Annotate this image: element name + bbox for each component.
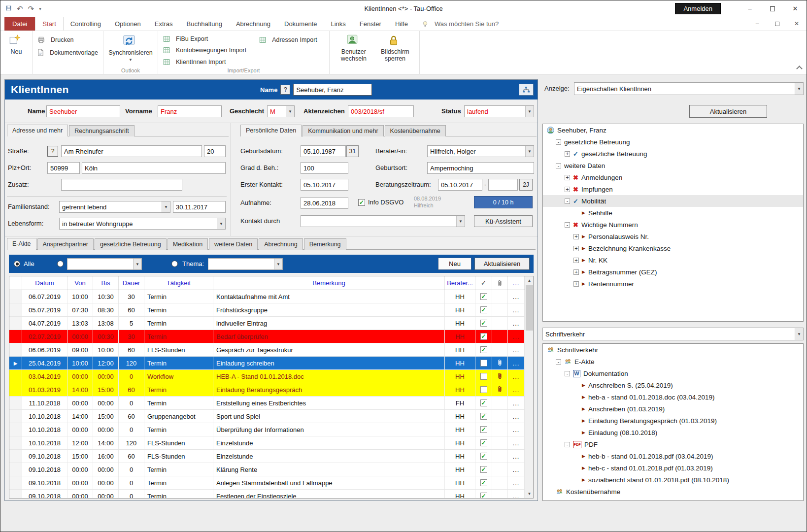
attachment-cell[interactable] (492, 476, 508, 489)
erledigt-checkbox-cell[interactable]: ✓ (475, 397, 492, 409)
tree-item-anschreiben-s-25-04-2019[interactable]: ▶Anschreiben S. (25.04.2019) (543, 379, 803, 391)
tree-item-wichtige-nummern[interactable]: -✖Wichtige Nummern (543, 219, 803, 231)
tree-expander-icon[interactable]: + (573, 246, 579, 251)
detail-tab-e-akte[interactable]: E-Akte (7, 238, 36, 250)
ribbon-tab-optionen[interactable]: Optionen (108, 17, 148, 31)
aufnahme-input[interactable] (301, 197, 348, 209)
tree-item-einladung-08-10-2018[interactable]: ▶Einladung (08.10.2018) (543, 427, 803, 438)
tell-me-assist[interactable]: Was möchten Sie tun? (422, 20, 499, 31)
row-options-button[interactable]: ... (508, 370, 525, 383)
ribbon-tab-dokumente[interactable]: Dokumente (277, 17, 324, 31)
neu-entry-button[interactable]: Neu (438, 258, 471, 270)
child-maximize-button[interactable] (767, 17, 787, 31)
attachment-cell[interactable] (492, 357, 508, 369)
tree-expander-icon[interactable]: + (573, 258, 579, 263)
tree-item-anschreiben-01-03-2019[interactable]: ▶Anschreiben (01.03.2019) (543, 403, 803, 415)
row-options-button[interactable]: ... (508, 423, 525, 436)
tab-adresse-und-mehr[interactable]: Adresse und mehr (7, 125, 68, 136)
dauer-column-header[interactable]: Dauer (119, 276, 144, 290)
hausnummer-input[interactable] (204, 145, 226, 157)
erledigt-checkbox-cell[interactable]: ✓ (475, 330, 492, 343)
row-options-button[interactable]: ... (508, 303, 525, 316)
erledigt-checkbox-cell[interactable]: ✓ (475, 450, 492, 463)
ribbon-tab-hilfe[interactable]: Hilfe (388, 17, 415, 31)
table-row[interactable]: 03.04.201900:0000:000WorkflowHEB-A - Sta… (9, 370, 525, 383)
tree-item-anmeldungen[interactable]: +✖Anmeldungen (543, 171, 803, 183)
tree-item-rentennummer[interactable]: +▶Rentennummer (543, 278, 803, 290)
name-help-button[interactable]: ? (280, 85, 290, 95)
erledigt-checkbox-cell[interactable]: ✓ (475, 476, 492, 489)
thema-filter-select[interactable]: Tagesablauf▼ (208, 258, 283, 270)
row-selector-cell[interactable] (9, 410, 22, 423)
tree-item-impfungen[interactable]: +✖Impfungen (543, 183, 803, 195)
erster-kontakt-input[interactable] (301, 179, 348, 191)
row-selector-cell[interactable] (9, 370, 22, 383)
table-row[interactable]: 06.06.201909:0010:0060FLS-StundenGespräc… (9, 343, 525, 357)
erledigt-checkbox-cell[interactable]: ✓ (475, 423, 492, 436)
neu-button[interactable]: Neu (5, 33, 27, 66)
tree-item-bezeichnung-krankenkasse[interactable]: +▶Bezeichnung Krankenkasse (543, 242, 803, 254)
detail-tab-abrechnung[interactable]: Abrechnung (259, 238, 303, 250)
tree-expander-icon[interactable]: - (565, 222, 570, 228)
tree-expander-icon[interactable]: - (565, 199, 570, 204)
synchronisieren-button[interactable]: Synchronisieren ▼ (111, 33, 150, 66)
table-row[interactable]: 09.10.201800:0000:000TerminAnlegen Stamm… (9, 476, 525, 490)
ribbon-tab-extras[interactable]: Extras (148, 17, 180, 31)
ribbon-tab-controlling[interactable]: Controlling (64, 17, 108, 31)
bildschirm-sperren-button[interactable]: Bildschirm sperren (376, 33, 414, 66)
erledigt-checkbox-cell[interactable] (475, 370, 492, 383)
erledigt-checkbox-cell[interactable]: ✓ (475, 317, 492, 330)
tree-item-gesetzliche-betreuung[interactable]: +✓gesetzliche Betreuung (543, 148, 803, 160)
erledigt-checkbox-cell[interactable] (475, 357, 492, 369)
options-column-header[interactable]: ... (508, 276, 525, 290)
kontobewegungen-import-button[interactable]: Kontobewegungen Import (163, 46, 246, 54)
erledigt-checkbox-cell[interactable]: ✓ (475, 343, 492, 356)
detail-tab-medikation[interactable]: Medikation (168, 238, 208, 250)
detail-tab-gesetzliche-betreuung[interactable]: gesetzliche Betreuung (95, 238, 167, 250)
kue-assistent-button[interactable]: Kü-Assistent (474, 215, 533, 227)
adressen-import-button[interactable]: Adressen Import (259, 35, 317, 44)
table-row[interactable]: 10.10.201812:0014:00120FLS-StundenEinzel… (9, 436, 525, 450)
aktenzeichen-input[interactable] (348, 105, 414, 117)
tree-item-gesetzliche-betreuung[interactable]: -gesetzliche Betreuung (543, 136, 803, 148)
minimize-button[interactable]: – (739, 0, 761, 17)
scroll-up-icon[interactable]: ▲ (525, 276, 534, 285)
row-options-button[interactable]: ... (508, 463, 525, 476)
collapse-ribbon-icon[interactable] (796, 66, 803, 72)
dokumentvorlage-button[interactable]: Dokumentvorlage (37, 48, 98, 57)
attachment-cell[interactable] (492, 303, 508, 316)
kontakt-durch-select[interactable]: ▼ (301, 215, 465, 227)
tree-item-sehhilfe[interactable]: ▶Sehhilfe (543, 207, 803, 219)
taetigkeit-column-header[interactable]: Tätigkeit (144, 276, 213, 290)
row-selector-cell[interactable] (9, 436, 22, 449)
tree-item-heb-b-stand-01-01-2018-pdf-03-04-2019[interactable]: ▶heb-b - stand 01.01.2018.pdf (03.04.201… (543, 450, 803, 462)
bemerkung-column-header[interactable]: Bemerkung (213, 276, 445, 290)
von-column-header[interactable]: Von (67, 276, 93, 290)
datum-column-header[interactable]: Datum (22, 276, 67, 290)
close-button[interactable]: ✕ (784, 0, 807, 17)
ribbon-tab-datei[interactable]: Datei (4, 17, 35, 31)
tree-expander-icon[interactable]: - (556, 359, 561, 365)
save-icon[interactable] (5, 4, 12, 13)
tree-item-personalausweis-nr[interactable]: +▶Personalausweis Nr. (543, 231, 803, 242)
attachment-cell[interactable] (492, 436, 508, 449)
radio-thema[interactable] (171, 261, 178, 267)
tree-expander-icon[interactable]: - (556, 139, 561, 145)
detail-tab-weitere-daten[interactable]: weitere Daten (209, 238, 258, 250)
anzeige-select[interactable]: Eigenschaften KlientInnen▼ (574, 82, 804, 95)
familienstand-select[interactable]: getrennt lebend▼ (59, 201, 170, 213)
attachment-cell[interactable] (492, 330, 508, 343)
tree-expander-icon[interactable]: + (565, 175, 570, 180)
erledigt-checkbox-cell[interactable]: ✓ (475, 410, 492, 423)
row-options-button[interactable]: ... (508, 290, 525, 303)
tree-item-nr-kk[interactable]: +▶Nr. KK (543, 254, 803, 266)
tree-expander-icon[interactable]: - (565, 371, 570, 376)
stunden-button[interactable]: 0 / 10 h (474, 196, 533, 208)
row-selector-cell[interactable] (9, 383, 22, 396)
benutzer-wechseln-button[interactable]: Benutzer wechseln (335, 33, 373, 66)
fibu-export-button[interactable]: FiBu Export (163, 35, 246, 43)
attachment-cell[interactable] (492, 450, 508, 463)
tab-kostenübernahme[interactable]: Kostenübernahme (385, 125, 446, 136)
tree-expander-icon[interactable]: + (573, 269, 579, 275)
zwei-jahre-button[interactable]: 2J (519, 179, 533, 191)
